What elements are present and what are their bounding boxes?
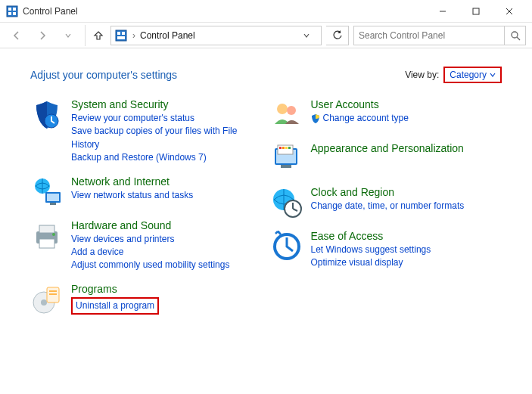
category-link[interactable]: Optimize visual display xyxy=(311,256,502,269)
svg-rect-38 xyxy=(281,165,291,168)
printer-icon xyxy=(30,219,64,253)
window-controls xyxy=(426,1,526,22)
category-hardware-sound: Hardware and Sound View devices and prin… xyxy=(30,219,263,272)
svg-line-14 xyxy=(517,37,520,40)
category-programs: Programs Uninstall a program xyxy=(30,283,263,316)
svg-rect-35 xyxy=(282,147,285,149)
category-title[interactable]: User Accounts xyxy=(311,98,502,110)
svg-rect-21 xyxy=(39,225,54,233)
svg-point-13 xyxy=(512,32,518,38)
viewby-value: Category xyxy=(450,70,487,80)
category-link[interactable]: Backup and Restore (Windows 7) xyxy=(71,151,263,164)
recent-locations-dropdown[interactable] xyxy=(58,25,79,46)
up-button[interactable] xyxy=(85,25,106,46)
category-title[interactable]: Ease of Access xyxy=(311,230,502,242)
svg-rect-37 xyxy=(288,147,291,149)
appearance-icon xyxy=(270,142,303,175)
forward-button[interactable] xyxy=(32,25,53,46)
close-button[interactable] xyxy=(493,1,526,22)
category-columns: System and Security Review your computer… xyxy=(30,98,502,327)
network-icon xyxy=(30,175,64,209)
category-ease-of-access: Ease of Access Let Windows suggest setti… xyxy=(270,230,502,270)
clock-globe-icon xyxy=(270,186,303,219)
content-area: Adjust your computer's settings View by:… xyxy=(0,48,532,345)
svg-rect-36 xyxy=(285,147,288,149)
svg-point-25 xyxy=(41,299,47,306)
breadcrumb-separator[interactable]: › xyxy=(131,30,137,41)
category-link[interactable]: View network status and tasks xyxy=(71,189,263,202)
category-network-internet: Network and Internet View network status… xyxy=(30,175,263,209)
back-button[interactable] xyxy=(6,25,27,46)
svg-rect-18 xyxy=(47,194,59,201)
uac-shield-icon xyxy=(311,113,320,124)
category-link[interactable]: View devices and printers xyxy=(71,233,263,246)
category-link[interactable]: Change account type xyxy=(323,112,409,125)
category-user-accounts: User Accounts Change account type xyxy=(270,98,502,132)
page-heading: Adjust your computer's settings xyxy=(30,69,405,81)
navigation-bar: › Control Panel xyxy=(0,23,532,48)
maximize-button[interactable] xyxy=(459,1,493,22)
title-bar: Control Panel xyxy=(0,0,532,23)
app-icon xyxy=(6,5,18,17)
svg-rect-28 xyxy=(49,293,57,295)
svg-point-30 xyxy=(287,106,296,115)
svg-rect-10 xyxy=(117,32,120,35)
address-dropdown[interactable] xyxy=(303,32,318,39)
viewby-label: View by: xyxy=(405,70,439,80)
svg-rect-11 xyxy=(122,32,125,35)
svg-rect-3 xyxy=(8,12,11,15)
svg-rect-34 xyxy=(279,147,282,149)
minimize-button[interactable] xyxy=(426,1,459,22)
uninstall-program-link[interactable]: Uninstall a program xyxy=(71,297,159,315)
svg-rect-22 xyxy=(39,239,54,248)
svg-rect-6 xyxy=(473,8,479,14)
search-wrap xyxy=(353,26,526,45)
content-header: Adjust your computer's settings View by:… xyxy=(30,67,502,83)
chevron-down-icon xyxy=(490,72,496,78)
svg-rect-2 xyxy=(13,8,16,11)
control-panel-icon xyxy=(114,29,128,42)
category-title[interactable]: System and Security xyxy=(71,98,263,110)
category-title[interactable]: Programs xyxy=(71,283,263,295)
svg-point-29 xyxy=(277,104,288,114)
category-title[interactable]: Hardware and Sound xyxy=(71,219,263,231)
search-button[interactable] xyxy=(505,26,526,45)
svg-rect-4 xyxy=(13,12,16,15)
category-link[interactable]: Add a device xyxy=(71,246,263,259)
users-icon xyxy=(270,98,303,132)
category-system-security: System and Security Review your computer… xyxy=(30,98,263,165)
category-link[interactable]: Adjust commonly used mobility settings xyxy=(71,259,263,271)
svg-rect-33 xyxy=(278,145,293,154)
shield-icon xyxy=(30,98,64,132)
window-title: Control Panel xyxy=(23,6,426,17)
ease-of-access-icon xyxy=(270,230,303,263)
refresh-button[interactable] xyxy=(326,26,349,45)
breadcrumb-location[interactable]: Control Panel xyxy=(140,30,195,41)
left-column: System and Security Review your computer… xyxy=(30,98,263,327)
svg-rect-27 xyxy=(49,290,57,292)
category-link[interactable]: Save backup copies of your files with Fi… xyxy=(71,125,263,151)
category-title[interactable]: Appearance and Personalization xyxy=(311,142,502,154)
address-bar[interactable]: › Control Panel xyxy=(110,26,322,45)
category-appearance: Appearance and Personalization xyxy=(270,142,502,175)
category-title[interactable]: Clock and Region xyxy=(311,186,502,198)
category-link[interactable]: Let Windows suggest settings xyxy=(311,244,502,256)
search-input[interactable] xyxy=(353,26,505,45)
category-clock-region: Clock and Region Change date, time, or n… xyxy=(270,186,502,219)
category-link[interactable]: Change date, time, or number formats xyxy=(311,200,502,213)
svg-rect-1 xyxy=(8,8,11,11)
viewby-selector[interactable]: Category xyxy=(443,67,502,83)
svg-point-23 xyxy=(52,233,55,236)
svg-rect-12 xyxy=(117,36,125,39)
category-link[interactable]: Review your computer's status xyxy=(71,112,263,125)
category-title[interactable]: Network and Internet xyxy=(71,175,263,188)
right-column: User Accounts Change account type Appear… xyxy=(270,98,502,327)
programs-icon xyxy=(30,283,64,316)
svg-rect-19 xyxy=(50,203,56,205)
